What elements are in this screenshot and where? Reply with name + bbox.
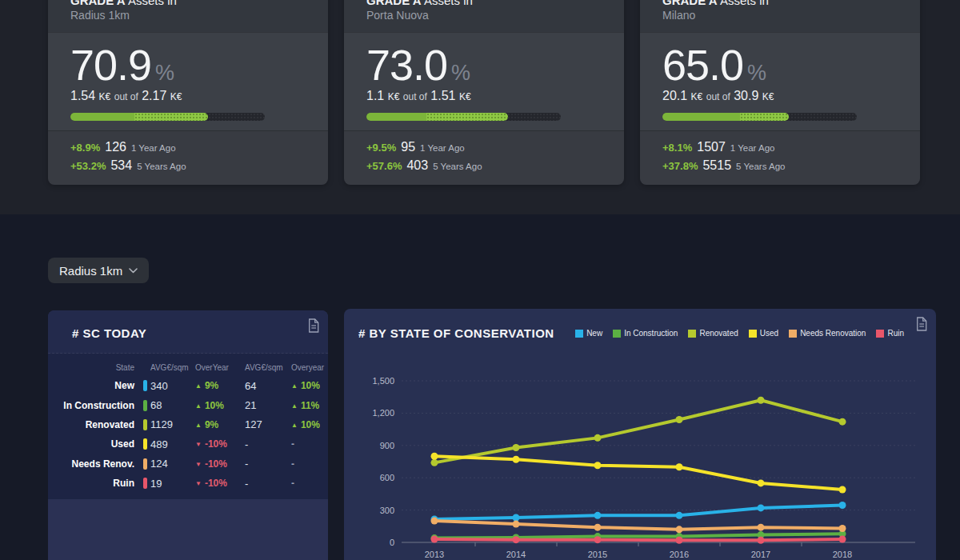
total-unit: K€ xyxy=(170,91,182,102)
delta-1yr: +9.5% xyxy=(366,142,396,154)
stat-row-5yr: +57.6%4035 Years Ago xyxy=(366,157,602,175)
stat-card-subtitle: Radius 1km xyxy=(70,8,306,22)
legend-item-needs-renovation[interactable]: Needs Renovation xyxy=(789,329,866,338)
stat-card-body: 65.0% 20.1 K€ out of 30.9 K€ xyxy=(640,32,920,130)
sc-today-title: # SC TODAY xyxy=(72,326,328,340)
total-value: 2.17 xyxy=(142,89,166,102)
total-value: 1.51 xyxy=(430,89,455,102)
radius-filter-label: Radius 1km xyxy=(59,264,122,278)
current-unit: K€ xyxy=(388,91,400,102)
col-over-year-2: Overyear xyxy=(291,363,324,372)
stat-card-body: 73.0% 1.1 K€ out of 1.51 K€ xyxy=(344,32,624,130)
svg-text:2014: 2014 xyxy=(506,550,526,559)
radius-filter-dropdown[interactable]: Radius 1km xyxy=(48,258,149,283)
legend-item-in-construction[interactable]: In Construction xyxy=(613,329,678,338)
progress-fill-dotted xyxy=(740,113,789,121)
svg-text:600: 600 xyxy=(380,473,394,482)
percent-value: 70.9% xyxy=(70,44,306,86)
svg-text:300: 300 xyxy=(380,506,394,515)
legend-swatch xyxy=(749,330,757,338)
trend-over-year-2: 10% xyxy=(291,419,320,430)
trend-over-year: -10% xyxy=(195,458,245,470)
state-label: Needs Renov. xyxy=(56,458,136,470)
svg-text:2017: 2017 xyxy=(751,550,770,559)
state-color-chip xyxy=(143,419,147,430)
label-5yr: 5 Years Ago xyxy=(433,162,482,171)
legend-swatch xyxy=(613,330,621,338)
avg-value: 1129 xyxy=(150,418,195,430)
trend-over-year: 9% xyxy=(195,419,245,430)
percent-value: 73.0% xyxy=(366,44,602,86)
stat-card-footer: +8.1%15071 Year Ago +37.8%55155 Years Ag… xyxy=(640,130,920,185)
trend-over-year-2: 10% xyxy=(291,380,320,391)
title-rest: Assets in xyxy=(720,0,769,7)
value-summary: 20.1 K€ out of 30.9 K€ xyxy=(662,89,898,103)
avg-value-2: - xyxy=(245,478,291,490)
svg-text:900: 900 xyxy=(380,441,394,450)
stat-card-subtitle: Porta Nuova xyxy=(366,8,602,22)
current-unit: K€ xyxy=(99,91,111,102)
legend-label: Ruin xyxy=(887,329,904,338)
sc-today-card: # SC TODAY State AVG€/sqm OverYear AVG€/… xyxy=(48,310,328,560)
progress-fill-solid xyxy=(662,113,740,121)
avg-value: 68 xyxy=(150,399,195,411)
line-chart-svg: 03006009001,2001,50020132014201520162017… xyxy=(360,370,922,560)
label-1yr: 1 Year Ago xyxy=(420,143,465,153)
state-label: Renovated xyxy=(56,419,136,430)
avg-value-2: 21 xyxy=(245,399,291,411)
percent-number: 70.9 xyxy=(70,41,151,89)
progress-bar xyxy=(662,113,857,121)
export-document-icon[interactable] xyxy=(307,318,320,333)
percent-sign: % xyxy=(451,61,470,85)
stat-card-title: GRADE A Assets in xyxy=(662,0,898,8)
stat-card-milano: GRADE A Assets in Milano 65.0% 20.1 K€ o… xyxy=(640,0,920,185)
stat-row-1yr: +8.1%15071 Year Ago xyxy=(662,138,898,157)
value-1yr: 95 xyxy=(401,140,415,154)
export-document-icon[interactable] xyxy=(915,317,928,331)
percent-number: 65.0 xyxy=(662,41,743,89)
title-rest: Assets in xyxy=(424,0,473,7)
avg-value-2: - xyxy=(245,438,291,450)
out-of-label: out of xyxy=(706,91,730,102)
trend-over-year: -10% xyxy=(195,438,245,450)
legend-item-used[interactable]: Used xyxy=(749,329,778,338)
total-value: 30.9 xyxy=(734,89,758,102)
svg-text:2013: 2013 xyxy=(425,550,444,559)
state-color-chip xyxy=(143,478,147,489)
state-label: Used xyxy=(56,438,136,450)
line-chart: 03006009001,2001,50020132014201520162017… xyxy=(360,370,922,560)
state-color-chip xyxy=(143,400,147,411)
stat-card-subtitle: Milano xyxy=(662,8,898,22)
svg-text:2016: 2016 xyxy=(670,550,689,559)
delta-5yr: +57.6% xyxy=(366,160,402,172)
out-of-label: out of xyxy=(403,91,427,102)
current-unit: K€ xyxy=(691,91,703,102)
avg-value-2: 127 xyxy=(245,418,291,430)
progress-fill-solid xyxy=(366,113,426,121)
current-value: 20.1 xyxy=(662,89,687,102)
legend-item-ruin[interactable]: Ruin xyxy=(876,329,904,338)
chart-header: # BY STATE OF CONSERVATION New In Constr… xyxy=(344,309,936,340)
table-row-used: Used 489 -10% - - xyxy=(56,434,320,454)
value-1yr: 126 xyxy=(105,140,126,154)
delta-1yr: +8.9% xyxy=(70,142,100,154)
stat-card-radius-1km: GRADE A Assets in Radius 1km 70.9% 1.54 … xyxy=(48,0,328,185)
avg-value-2: - xyxy=(245,458,291,470)
col-state: State xyxy=(56,363,136,372)
trend-over-year: -10% xyxy=(195,478,245,489)
svg-text:2015: 2015 xyxy=(588,550,607,559)
legend-item-new[interactable]: New xyxy=(575,329,602,338)
label-5yr: 5 Years Ago xyxy=(137,162,186,171)
delta-5yr: +53.2% xyxy=(70,160,106,172)
avg-value: 340 xyxy=(150,380,195,392)
legend-item-renovated[interactable]: Renovated xyxy=(688,329,738,338)
sc-today-table: State AVG€/sqm OverYear AVG€/sqm Overyea… xyxy=(48,354,328,499)
conservation-chart-card: # BY STATE OF CONSERVATION New In Constr… xyxy=(344,309,936,560)
state-label: Ruin xyxy=(56,478,136,489)
value-5yr: 403 xyxy=(406,158,428,172)
svg-text:1,200: 1,200 xyxy=(372,408,394,418)
label-5yr: 5 Years Ago xyxy=(736,162,785,171)
total-unit: K€ xyxy=(762,91,774,102)
svg-text:1,500: 1,500 xyxy=(372,376,394,386)
state-color-chip xyxy=(143,380,147,391)
